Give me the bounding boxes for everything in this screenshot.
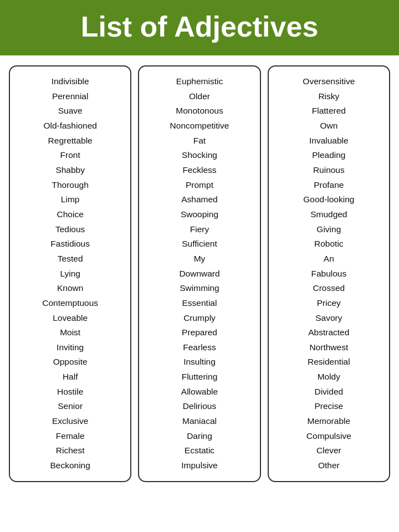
list-item: Hostile — [57, 385, 83, 400]
list-item: Swimming — [180, 281, 219, 296]
list-item: Perennial — [52, 89, 89, 104]
list-item: Residential — [308, 355, 350, 370]
list-item: Robotic — [314, 237, 344, 252]
list-item: Euphemistic — [176, 74, 223, 89]
list-item: Lying — [60, 267, 80, 282]
list-item: Shabby — [55, 163, 85, 178]
list-item: My — [194, 252, 206, 267]
list-item: Fat — [193, 134, 206, 149]
list-item: Northwest — [309, 340, 348, 355]
list-item: Flattered — [312, 104, 346, 119]
list-item: Profane — [314, 178, 344, 193]
list-item: Ruinous — [313, 163, 345, 178]
list-item: Exclusive — [52, 414, 88, 429]
list-item: Good-looking — [303, 192, 354, 207]
list-item: Fluttering — [182, 370, 218, 385]
list-item: Noncompetitive — [170, 119, 229, 134]
list-item: Allowable — [181, 385, 218, 400]
list-item: Old-fashioned — [43, 119, 97, 134]
list-item: Sufficient — [182, 237, 217, 252]
list-item: Ashamed — [181, 192, 217, 207]
list-item: Loveable — [53, 311, 88, 326]
list-item: Female — [56, 429, 85, 444]
list-item: Monotonous — [176, 104, 223, 119]
list-item: Insulting — [183, 355, 216, 370]
list-item: Delirious — [183, 399, 216, 414]
list-item: Daring — [187, 429, 212, 444]
list-item: Prompt — [186, 178, 213, 193]
list-item: Regrettable — [48, 134, 93, 149]
list-item: Richest — [56, 443, 85, 458]
columns-container: IndivisiblePerennialSuaveOld-fashionedRe… — [9, 65, 390, 482]
list-item: Fabulous — [311, 267, 346, 282]
list-item: Contemptuous — [42, 296, 98, 311]
list-item: Own — [320, 119, 337, 134]
list-item: Fiery — [190, 222, 209, 237]
list-item: Ecstatic — [185, 443, 214, 458]
list-item: Crumply — [183, 311, 216, 326]
list-item: Precise — [314, 399, 343, 414]
list-item: Fearless — [183, 340, 216, 355]
list-item: Half — [63, 370, 78, 385]
list-item: Tested — [58, 252, 83, 267]
page-header: List of Adjectives — [0, 0, 399, 55]
list-item: Memorable — [308, 414, 351, 429]
list-item: Oversensitive — [303, 74, 355, 89]
list-item: Savory — [315, 311, 342, 326]
list-item: Indivisible — [52, 74, 89, 89]
list-item: Pleading — [312, 148, 345, 163]
list-item: Fastidious — [50, 237, 90, 252]
list-item: Prepared — [182, 325, 217, 340]
list-item: Older — [189, 89, 210, 104]
list-item: Swooping — [181, 207, 218, 222]
list-item: Tedious — [55, 222, 85, 237]
list-item: Clever — [316, 443, 341, 458]
list-item: Beckoning — [50, 458, 90, 473]
list-item: Thorough — [52, 178, 88, 193]
list-item: Divided — [314, 385, 343, 400]
list-item: Downward — [179, 267, 219, 282]
list-item: Moldy — [318, 370, 340, 385]
list-item: Impulsive — [181, 458, 217, 473]
column-1: IndivisiblePerennialSuaveOld-fashionedRe… — [9, 65, 131, 482]
list-item: Opposite — [53, 355, 88, 370]
list-item: Giving — [316, 222, 341, 237]
list-item: Choice — [57, 207, 84, 222]
list-item: Front — [60, 148, 80, 163]
list-item: Inviting — [57, 340, 84, 355]
list-item: Moist — [60, 325, 80, 340]
list-item: Compulsive — [306, 429, 351, 444]
column-3: OversensitiveRiskyFlatteredOwnInvaluable… — [268, 65, 390, 482]
list-item: Risky — [318, 89, 339, 104]
list-item: Suave — [58, 104, 83, 119]
list-item: Other — [318, 458, 340, 473]
list-item: Smudged — [310, 207, 347, 222]
list-item: Limp — [61, 192, 80, 207]
list-item: Senior — [58, 399, 83, 414]
list-item: An — [324, 252, 334, 267]
list-item: Essential — [182, 296, 217, 311]
content-area: IndivisiblePerennialSuaveOld-fashionedRe… — [0, 55, 399, 492]
list-item: Feckless — [182, 163, 216, 178]
page-title: List of Adjectives — [11, 10, 388, 43]
list-item: Known — [57, 281, 83, 296]
list-item: Invaluable — [309, 134, 349, 149]
list-item: Pricey — [317, 296, 341, 311]
list-item: Maniacal — [182, 414, 217, 429]
list-item: Shocking — [182, 148, 217, 163]
column-2: EuphemisticOlderMonotonousNoncompetitive… — [138, 65, 260, 482]
list-item: Abstracted — [308, 325, 349, 340]
list-item: Crossed — [313, 281, 345, 296]
